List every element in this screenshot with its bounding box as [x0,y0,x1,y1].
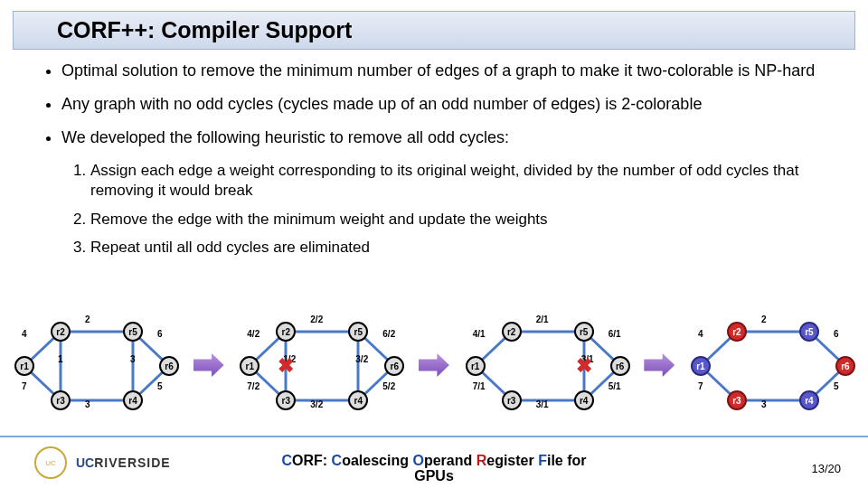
edge-weight: 6/2 [382,329,395,339]
edge-weight: 3/2 [310,399,323,409]
graph-node: r4 [574,390,594,410]
remove-edge-icon: ✖ [278,354,294,378]
graph-node: r3 [51,390,71,410]
edge-weight: 5/2 [382,381,395,391]
footer-title: CORF: Coalescing Operand Register File f… [281,453,586,484]
page-number: 13/20 [811,462,841,475]
edge-weight: 4/2 [247,329,259,339]
bullet-item: We developed the following heuristic to … [61,127,834,148]
edge-weight: 2 [761,314,767,324]
edge-weight: 6/1 [609,329,621,339]
graph-node: r2 [51,322,71,342]
edge-weight: 1 [58,354,63,364]
edge-weight: 7 [698,381,703,391]
graph-node: r1 [14,356,34,376]
edge-weight: 3/2 [355,354,368,364]
edge-weight: 6 [157,329,163,339]
footer-c: C [332,453,343,468]
slide-title: CORF++: Compiler Support [13,11,855,50]
logo-uc: UC [76,455,94,470]
graph-node: r5 [574,322,594,342]
graph-stage-4: r1r2r3r4r5r6426735 [682,316,863,414]
slide-footer: UC UCRIVERSIDE CORF: Coalescing Operand … [0,436,868,488]
bullet-list: Optimal solution to remove the minimum n… [34,61,834,148]
graph-node: r4 [123,390,143,410]
graph-sequence: r1r2r3r4r5r642673513 r1r2r3r4r5r64/22/26… [5,311,863,419]
footer-oalescing: oalescing [342,453,412,468]
page-current: 13 [811,462,824,475]
footer-ile: ile for [547,453,587,468]
edge-weight: 3 [85,399,90,409]
uc-seal-icon: UC [34,446,67,479]
bullet-item: Any graph with no odd cycles (cycles mad… [61,94,834,115]
footer-r: R [476,453,487,468]
edge-weight: 3 [761,399,767,409]
graph-node: r1 [691,356,711,376]
edge-weight: 7/1 [473,381,486,391]
graph-stage-1: r1r2r3r4r5r642673513 [5,316,186,414]
footer-o: O [412,453,423,468]
edge-weight: 4 [698,329,703,339]
edge-weight: 5 [834,381,839,391]
graph-node: r5 [799,322,819,342]
edge-weight: 2/1 [536,314,549,324]
graph-node: r6 [835,356,855,376]
graph-stage-2: r1r2r3r4r5r64/22/26/27/23/25/21/23/2✖ [231,316,411,414]
logo-riverside: RIVERSIDE [94,455,170,470]
remove-edge-icon: ✖ [576,354,592,378]
step-item: Repeat until all odd cycles are eliminat… [90,238,834,258]
edge-weight: 2 [85,314,90,324]
graph-node: r2 [727,322,747,342]
arrow-icon [193,353,224,377]
edge-weight: 5/1 [609,381,621,391]
edge-weight: 3 [130,354,136,364]
edge-weight: 3/1 [536,399,549,409]
page-total: 20 [828,462,841,475]
graph-node: r3 [727,390,747,410]
edge-weight: 5 [157,381,163,391]
footer-gpus: GPUs [414,468,454,483]
graph-node: r6 [610,356,630,376]
arrow-icon [644,353,675,377]
graph-node: r5 [123,322,143,342]
edge-weight: 4 [22,329,27,339]
footer-colon: : [323,453,332,468]
step-item: Assign each edge a weight corresponding … [90,161,834,201]
graph-node: r3 [502,390,522,410]
edge-weight: 7 [22,381,27,391]
edge-weight: 6 [834,329,839,339]
slide-body: Optimal solution to remove the minimum n… [0,50,868,258]
bullet-item: Optimal solution to remove the minimum n… [61,61,834,81]
arrow-icon [419,353,449,377]
graph-node: r2 [502,322,522,342]
footer-egister: egister [486,453,538,468]
footer-perand: perand [424,453,476,468]
graph-node: r4 [799,390,819,410]
edge-weight: 7/2 [247,381,259,391]
graph-node: r6 [159,356,179,376]
step-list: Assign each edge a weight corresponding … [34,161,834,258]
ucr-logo: UCRIVERSIDE [76,455,171,470]
graph-node: r1 [466,356,486,376]
edge-weight: 2/2 [310,314,323,324]
footer-f: F [538,453,547,468]
graph-stage-3: r1r2r3r4r5r64/12/16/17/13/15/13/1✖ [457,316,637,414]
edge-weight: 4/1 [473,329,486,339]
step-item: Remove the edge with the minimum weight … [90,210,834,230]
